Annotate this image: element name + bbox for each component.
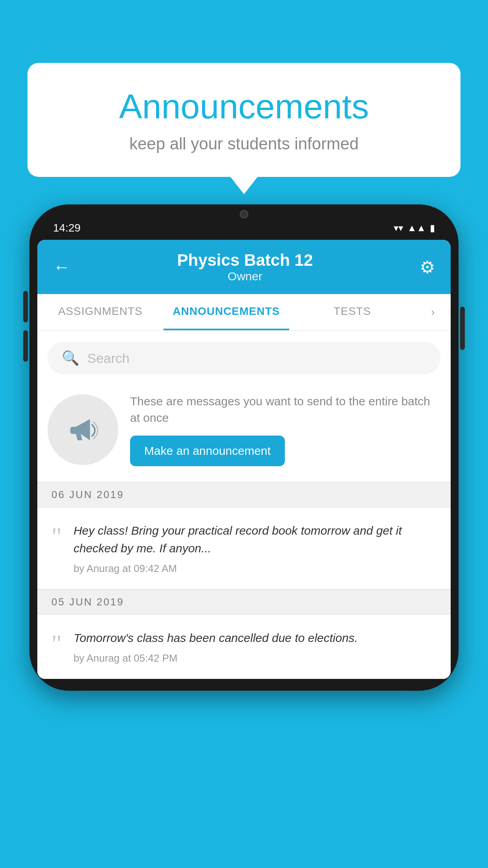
announcement-text-1: Hey class! Bring your practical record b…: [73, 522, 437, 557]
search-placeholder: Search: [87, 351, 130, 366]
phone-screen: ← Physics Batch 12 Owner ⚙ ASSIGNMENTS A…: [37, 240, 451, 679]
wifi-icon: ▾▾: [394, 223, 403, 234]
tabs-bar: ASSIGNMENTS ANNOUNCEMENTS TESTS ›: [37, 294, 451, 331]
announcement-author-1: by Anurag at 09:42 AM: [73, 563, 437, 575]
promo-section: These are messages you want to send to t…: [37, 385, 451, 482]
announcement-text-2: Tomorrow's class has been cancelled due …: [73, 629, 437, 647]
bubble-title: Announcements: [59, 86, 429, 127]
speech-bubble: Announcements keep all your students inf…: [28, 63, 460, 177]
announcement-item-2[interactable]: " Tomorrow's class has been cancelled du…: [37, 615, 451, 679]
app-header: ← Physics Batch 12 Owner ⚙: [37, 240, 451, 294]
back-button[interactable]: ←: [53, 257, 70, 277]
volume-down-button[interactable]: [23, 330, 28, 362]
phone-device: 14:29 ▾▾ ▲▲ ▮ ← Physics Batch 12 Owner ⚙…: [29, 204, 459, 691]
search-bar[interactable]: 🔍 Search: [48, 342, 440, 374]
settings-button[interactable]: ⚙: [420, 257, 435, 277]
status-time: 14:29: [53, 222, 81, 234]
promo-description: These are messages you want to send to t…: [130, 393, 440, 426]
megaphone-icon: [65, 412, 101, 447]
quote-icon-1: ": [51, 524, 62, 575]
battery-icon: ▮: [430, 223, 435, 234]
promo-icon-circle: [48, 394, 118, 465]
tab-announcements[interactable]: ANNOUNCEMENTS: [163, 294, 290, 330]
front-camera: [240, 210, 248, 219]
status-icons: ▾▾ ▲▲ ▮: [394, 223, 435, 234]
header-title: Physics Batch 12: [177, 251, 313, 270]
status-bar: 14:29 ▾▾ ▲▲ ▮: [37, 216, 451, 240]
header-center: Physics Batch 12 Owner: [177, 251, 313, 283]
announcement-content-2: Tomorrow's class has been cancelled due …: [73, 629, 437, 664]
announcement-author-2: by Anurag at 05:42 PM: [73, 652, 437, 664]
tab-more[interactable]: ›: [415, 294, 451, 330]
announcement-item-1[interactable]: " Hey class! Bring your practical record…: [37, 508, 451, 589]
quote-icon-2: ": [51, 631, 62, 664]
date-separator-1: 06 JUN 2019: [37, 482, 451, 508]
bubble-subtitle: keep all your students informed: [59, 134, 429, 153]
date-separator-2: 05 JUN 2019: [37, 589, 451, 615]
tab-assignments[interactable]: ASSIGNMENTS: [37, 294, 163, 330]
power-button[interactable]: [460, 307, 465, 350]
header-subtitle: Owner: [177, 270, 313, 283]
phone-outer: 14:29 ▾▾ ▲▲ ▮ ← Physics Batch 12 Owner ⚙…: [29, 204, 459, 691]
search-icon: 🔍: [62, 350, 79, 366]
volume-up-button[interactable]: [23, 291, 28, 322]
signal-icon: ▲▲: [407, 223, 426, 234]
phone-notch: [216, 204, 272, 224]
make-announcement-button[interactable]: Make an announcement: [130, 436, 285, 466]
announcement-content-1: Hey class! Bring your practical record b…: [73, 522, 437, 575]
promo-right: These are messages you want to send to t…: [130, 393, 440, 466]
tab-tests[interactable]: TESTS: [289, 294, 415, 330]
speech-bubble-section: Announcements keep all your students inf…: [28, 63, 460, 177]
